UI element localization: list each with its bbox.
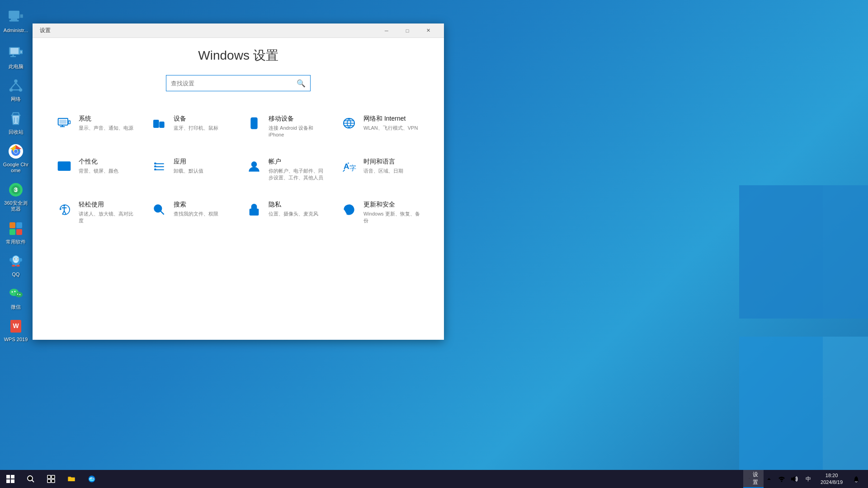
taskbar-clock[interactable]: 18:20 2024/8/19: [817, 470, 846, 488]
desktop-icon-wps[interactable]: W WPS 2019: [1, 314, 31, 346]
search-settings-icon: [151, 202, 167, 218]
desktop-icon-pc[interactable]: 此电脑: [1, 41, 31, 73]
desktop-icon-360[interactable]: 3 360安全浏览器: [1, 177, 31, 216]
desktop-icon-network[interactable]: 网络: [1, 73, 31, 106]
settings-window: 设置 ─ □ ✕ Windows 设置 🔍: [33, 23, 444, 340]
close-button[interactable]: ✕: [418, 23, 439, 38]
search-icon[interactable]: 🔍: [297, 79, 306, 88]
svg-rect-86: [6, 475, 10, 479]
svg-rect-16: [11, 115, 21, 116]
svg-rect-28: [16, 222, 22, 228]
desktop-icon-qq[interactable]: QQ: [1, 249, 31, 281]
svg-rect-87: [11, 475, 14, 479]
svg-point-44: [12, 291, 13, 292]
network-settings-icon: [341, 116, 357, 132]
settings-item-time[interactable]: A 字 时间和语言 语音、区域、日期: [335, 150, 426, 189]
settings-item-devices[interactable]: 设备 蓝牙、打印机、鼠标: [146, 108, 236, 146]
360-icon: 3: [7, 181, 25, 199]
clock-time: 18:20: [826, 472, 838, 479]
settings-grid: 系统 显示、声音、通知、电源 设备: [51, 108, 426, 231]
svg-point-9: [21, 52, 22, 53]
svg-rect-5: [10, 48, 19, 54]
taskbar-edge[interactable]: [81, 470, 102, 488]
mobile-name: 移动设备: [269, 115, 326, 123]
network-text: 网络和 Internet WLAN、飞行模式、VPN: [363, 115, 418, 131]
svg-point-45: [14, 291, 16, 292]
update-desc: Windows 更新、恢复、备份: [363, 211, 420, 225]
personalization-text: 个性化 背景、锁屏、颜色: [79, 158, 118, 174]
notification-button[interactable]: [848, 470, 864, 488]
tray-volume-icon[interactable]: [789, 474, 800, 484]
software-label: 常用软件: [6, 239, 26, 245]
settings-item-update[interactable]: 更新和安全 Windows 更新、恢复、备份: [335, 193, 426, 232]
time-icon: A 字: [341, 159, 357, 175]
settings-item-system[interactable]: 系统 显示、声音、通知、电源: [51, 108, 141, 146]
svg-rect-30: [16, 229, 22, 235]
svg-point-38: [9, 258, 12, 262]
admin-icon: [7, 8, 25, 26]
tray-expand-icon[interactable]: [764, 474, 774, 484]
window-content: Windows 设置 🔍: [33, 38, 444, 340]
accounts-desc: 你的帐户、电子邮件、同步设置、工作、其他人员: [269, 168, 326, 182]
svg-line-80: [160, 211, 164, 214]
settings-item-network[interactable]: 网络和 Internet WLAN、飞行模式、VPN: [335, 108, 426, 146]
apps-icon: [151, 159, 167, 175]
desktop-icon-wechat[interactable]: 微信: [1, 281, 31, 314]
accessibility-icon: [56, 202, 72, 218]
desktop-icon-recycle[interactable]: 回收站: [1, 106, 31, 139]
settings-item-accounts[interactable]: 帐户 你的帐户、电子邮件、同步设置、工作、其他人员: [241, 150, 331, 189]
accounts-text: 帐户 你的帐户、电子邮件、同步设置、工作、其他人员: [269, 158, 326, 182]
update-name: 更新和安全: [363, 201, 420, 209]
start-button[interactable]: [0, 470, 20, 488]
settings-item-accessibility[interactable]: 轻松使用 讲述人、放大镜、高对比度: [51, 193, 141, 232]
apps-name: 应用: [174, 158, 203, 166]
recycle-icon: [7, 110, 25, 128]
win-logo-tile-bottom-right: [823, 337, 868, 470]
svg-point-35: [14, 258, 15, 259]
update-icon: [341, 202, 357, 218]
svg-rect-29: [9, 229, 15, 235]
tray-network-icon[interactable]: [776, 474, 787, 484]
desktop: Administr... 此电脑: [0, 0, 868, 488]
system-text: 系统 显示、声音、通知、电源: [79, 115, 133, 131]
settings-item-personalization[interactable]: 个性化 背景、锁屏、颜色: [51, 150, 141, 189]
svg-rect-70: [154, 162, 156, 164]
svg-marker-78: [60, 208, 62, 210]
desktop-icon-software[interactable]: 常用软件: [1, 216, 31, 249]
privacy-text: 隐私 位置、摄像头、麦克风: [269, 201, 318, 217]
desktop-icon-chrome[interactable]: Google Chrome: [1, 139, 31, 177]
svg-point-90: [28, 476, 33, 481]
maximize-button[interactable]: □: [397, 23, 418, 38]
settings-item-privacy[interactable]: 隐私 位置、摄像头、麦克风: [241, 193, 331, 232]
privacy-icon: [246, 202, 262, 218]
devices-name: 设备: [174, 115, 218, 123]
desktop-icon-admin[interactable]: Administr...: [1, 5, 31, 37]
system-desc: 显示、声音、通知、电源: [79, 125, 133, 131]
taskbar-taskview-button[interactable]: [41, 470, 61, 488]
svg-point-22: [14, 150, 18, 153]
personalization-desc: 背景、锁屏、颜色: [79, 168, 118, 174]
svg-point-97: [749, 479, 750, 479]
taskbar-settings-app[interactable]: 设置: [743, 470, 764, 488]
tray-language-icon[interactable]: 中: [802, 474, 815, 484]
svg-rect-1: [11, 19, 17, 20]
svg-point-37: [14, 261, 18, 263]
svg-rect-72: [154, 169, 156, 170]
settings-item-mobile[interactable]: 移动设备 连接 Android 设备和 iPhone: [241, 108, 331, 146]
taskbar-explorer[interactable]: [61, 470, 81, 488]
minimize-button[interactable]: ─: [376, 23, 397, 38]
taskbar-search-button[interactable]: [20, 470, 41, 488]
accessibility-text: 轻松使用 讲述人、放大镜、高对比度: [79, 201, 136, 225]
devices-desc: 蓝牙、打印机、鼠标: [174, 125, 218, 131]
mobile-icon: [246, 116, 262, 132]
settings-item-apps[interactable]: 应用 卸载、默认值: [146, 150, 236, 189]
search-input[interactable]: [171, 80, 297, 87]
search-box: 🔍: [166, 75, 311, 91]
svg-rect-93: [52, 475, 55, 479]
settings-item-search[interactable]: 搜索 查找我的文件、权限: [146, 193, 236, 232]
svg-point-46: [17, 294, 18, 295]
win-logo-tile-top-right: [823, 185, 868, 319]
svg-line-13: [11, 83, 16, 89]
desktop-sidebar: Administr... 此电脑: [0, 0, 32, 470]
svg-point-41: [16, 265, 20, 267]
